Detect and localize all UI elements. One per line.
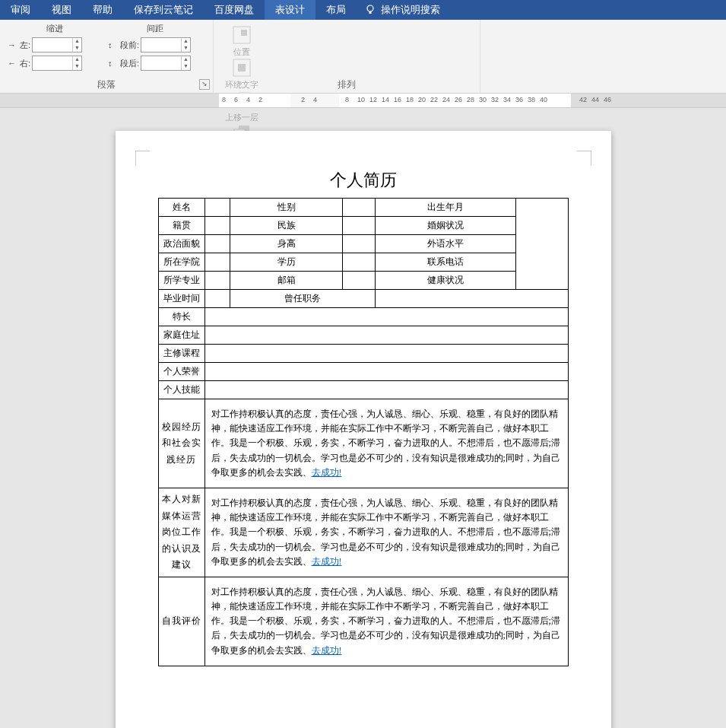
section-opinion-content[interactable]: 对工作持积极认真的态度，责任心强，为人诚恳、细心、乐观、稳重，有良好的团队精神，… <box>204 488 568 577</box>
cell[interactable] <box>343 199 376 217</box>
cell-ethnic-label[interactable]: 民族 <box>230 217 343 235</box>
cell-marriage-label[interactable]: 婚姻状况 <box>376 217 515 235</box>
tab-table-design[interactable]: 表设计 <box>265 0 315 20</box>
spin-down[interactable]: ▼ <box>182 45 190 52</box>
cell-major-label[interactable]: 所学专业 <box>158 272 204 290</box>
cell-name-label[interactable]: 姓名 <box>158 199 204 217</box>
cell[interactable] <box>376 290 568 308</box>
search-placeholder: 操作说明搜索 <box>381 3 440 17</box>
cell[interactable] <box>343 217 376 235</box>
cell-phone-label[interactable]: 联系电话 <box>376 253 515 272</box>
spin-down[interactable]: ▼ <box>73 45 81 52</box>
ruler-tick: 6 <box>234 96 238 103</box>
cell-height-label[interactable]: 身高 <box>230 235 343 253</box>
indent-left-spinner[interactable]: ▲▼ <box>32 37 82 52</box>
horizontal-ruler[interactable]: 8642248101214161820222426283032343638404… <box>0 94 726 108</box>
cell[interactable] <box>343 235 376 253</box>
svg-rect-3 <box>241 30 247 36</box>
section-self-content[interactable]: 对工作持积极认真的态度，责任心强，为人诚恳、细心、乐观、稳重，有良好的团队精神，… <box>204 577 568 666</box>
cell[interactable] <box>204 308 568 326</box>
ruler-tick: 2 <box>301 96 305 103</box>
link[interactable]: 去成功! <box>312 645 342 656</box>
cell[interactable] <box>343 253 376 272</box>
cell[interactable] <box>204 326 568 345</box>
cell-specialty-label[interactable]: 特长 <box>158 308 204 326</box>
cell-skill-label[interactable]: 个人技能 <box>158 381 204 399</box>
cell-post-label[interactable]: 曾任职务 <box>230 290 376 308</box>
cell-address-label[interactable]: 家庭住址 <box>158 326 204 345</box>
tell-me-search[interactable]: 操作说明搜索 <box>357 3 448 17</box>
tab-baidu[interactable]: 百度网盘 <box>204 0 265 20</box>
cell[interactable] <box>204 381 568 399</box>
ruler-tick: 8 <box>222 96 226 103</box>
indent-right-label: 右: <box>20 58 30 69</box>
link[interactable]: 去成功! <box>312 467 342 478</box>
cell-birth-label[interactable]: 出生年月 <box>376 199 515 217</box>
spin-up[interactable]: ▲ <box>73 56 81 63</box>
cell-college-label[interactable]: 所在学院 <box>158 253 204 272</box>
ruler-tick: 20 <box>418 96 426 103</box>
cell-courses-label[interactable]: 主修课程 <box>158 345 204 363</box>
cell-lang-label[interactable]: 外语水平 <box>376 235 515 253</box>
cell-edu-label[interactable]: 学历 <box>230 253 343 272</box>
indent-left-label: 左: <box>20 40 30 51</box>
spin-down[interactable]: ▼ <box>182 63 190 70</box>
spin-up[interactable]: ▲ <box>182 38 190 45</box>
indent-right-spinner[interactable]: ▲▼ <box>32 56 82 71</box>
cell[interactable] <box>204 363 568 381</box>
group-paragraph: 缩进 →左:▲▼ ←右:▲▼ 间距 ↕段前:▲▼ ↕段后:▲▼ 段落 ↘ <box>0 20 214 93</box>
spin-up[interactable]: ▲ <box>182 56 190 63</box>
tab-view[interactable]: 视图 <box>41 0 82 20</box>
ruler-tick: 22 <box>430 96 438 103</box>
space-before-spinner[interactable]: ▲▼ <box>141 37 191 52</box>
margin-corner <box>135 151 150 165</box>
tab-review[interactable]: 审阅 <box>0 0 41 20</box>
section-campus-content[interactable]: 对工作持积极认真的态度，责任心强，为人诚恳、细心、乐观、稳重，有良好的团队精神，… <box>204 399 568 488</box>
ruler-tick: 4 <box>246 96 250 103</box>
cell-gender-label[interactable]: 性别 <box>230 199 343 217</box>
cell[interactable] <box>204 290 230 308</box>
paragraph-launcher[interactable]: ↘ <box>199 79 210 90</box>
cell-grad-label[interactable]: 毕业时间 <box>158 290 204 308</box>
ruler-tick: 36 <box>515 96 523 103</box>
cell[interactable] <box>204 199 230 217</box>
ribbon: 缩进 →左:▲▼ ←右:▲▼ 间距 ↕段前:▲▼ ↕段后:▲▼ 段落 ↘ 位置 … <box>0 20 726 94</box>
ruler-tick: 8 <box>345 96 349 103</box>
section-campus-label[interactable]: 校园经历和社会实践经历 <box>158 399 204 488</box>
indent-left-icon: → <box>8 40 20 49</box>
space-before-icon: ↕ <box>108 40 120 49</box>
indent-right-input[interactable] <box>33 56 72 70</box>
cell-email-label[interactable]: 邮箱 <box>230 272 343 290</box>
cell[interactable] <box>204 345 568 363</box>
cell[interactable] <box>204 253 230 272</box>
space-after-spinner[interactable]: ▲▼ <box>141 56 191 71</box>
photo-cell[interactable] <box>515 199 568 290</box>
spin-up[interactable]: ▲ <box>73 38 81 45</box>
tab-layout[interactable]: 布局 <box>315 0 357 20</box>
lightbulb-icon <box>364 4 376 16</box>
link[interactable]: 去成功! <box>312 556 342 567</box>
svg-rect-1 <box>369 11 372 14</box>
indent-left-input[interactable] <box>33 38 72 52</box>
space-before-input[interactable] <box>141 38 181 52</box>
space-after-input[interactable] <box>141 56 181 70</box>
group-paragraph-title: 段落 <box>0 78 213 91</box>
cell[interactable] <box>343 272 376 290</box>
tab-help[interactable]: 帮助 <box>82 0 123 20</box>
section-self-label[interactable]: 自我评价 <box>158 577 204 666</box>
resume-table[interactable]: 姓名性别出生年月 籍贯民族婚姻状况 政治面貌身高外语水平 所在学院学历联系电话 … <box>158 198 569 666</box>
cell-politic-label[interactable]: 政治面貌 <box>158 235 204 253</box>
tab-save-cloud[interactable]: 保存到云笔记 <box>123 0 204 20</box>
section-opinion-label[interactable]: 本人对新媒体运营岗位工作的认识及建议 <box>158 488 204 577</box>
workspace[interactable]: 个人简历 姓名性别出生年月 籍贯民族婚姻状况 政治面貌身高外语水平 所在学院学历… <box>0 108 726 728</box>
document-title[interactable]: 个人简历 <box>158 169 569 192</box>
spin-down[interactable]: ▼ <box>73 63 81 70</box>
cell[interactable] <box>204 272 230 290</box>
svg-point-0 <box>367 5 373 11</box>
cell[interactable] <box>204 235 230 253</box>
cell-honor-label[interactable]: 个人荣誉 <box>158 363 204 381</box>
position-button[interactable]: 位置 <box>221 24 262 57</box>
cell-health-label[interactable]: 健康状况 <box>376 272 515 290</box>
cell-native-label[interactable]: 籍贯 <box>158 217 204 235</box>
cell[interactable] <box>204 217 230 235</box>
